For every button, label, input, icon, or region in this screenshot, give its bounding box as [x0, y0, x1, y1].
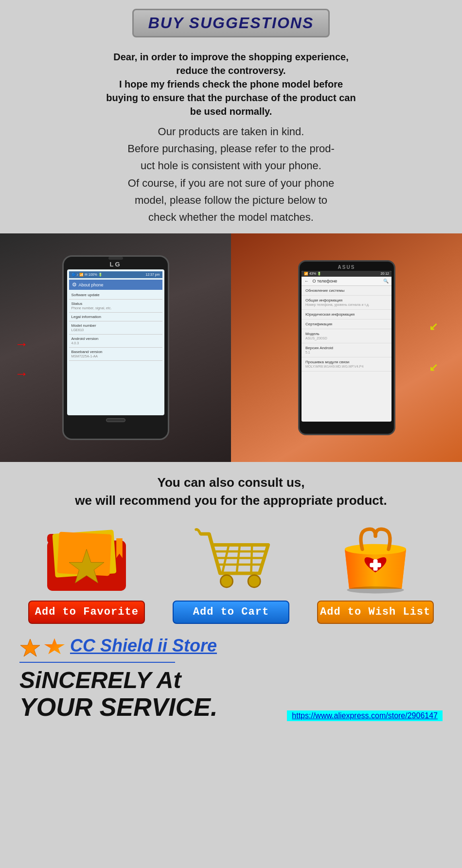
- lg-phone-image: → → LG 🔵 ♪ 📶 ✉ 100% 🔋 12:37 pm ⚙ About p…: [0, 233, 231, 462]
- action-buttons-section: Add to Favorite Add to Cart: [0, 519, 462, 624]
- page-wrapper: BUY SUGGESTiONS Dear, in order to improv…: [0, 0, 462, 868]
- intro-section: Dear, in order to improve the shopping e…: [0, 42, 462, 233]
- asus-phone-image: ↙ ↙ ASUS 📶 43% 🔋 20:12 ← О телефоне 🔍: [231, 233, 462, 462]
- wishlist-action: Add to Wish List: [307, 524, 444, 624]
- svg-point-12: [220, 575, 232, 587]
- consult-text: You can also consult us, we will recomme…: [19, 474, 443, 509]
- add-to-favorite-button[interactable]: Add to Favorite: [28, 601, 145, 624]
- svg-rect-16: [370, 563, 381, 567]
- folder-icon: [43, 524, 130, 597]
- store-url-link[interactable]: https://www.aliexpress.com/store/2906147: [287, 710, 443, 721]
- svg-point-17: [347, 586, 404, 593]
- store-star-icon: [19, 638, 41, 657]
- svg-marker-18: [20, 639, 40, 656]
- header-section: BUY SUGGESTiONS: [0, 0, 462, 42]
- cart-icon: [187, 524, 275, 597]
- add-to-wishlist-button[interactable]: Add to Wish List: [317, 601, 434, 624]
- lg-screen: 🔵 ♪ 📶 ✉ 100% 🔋 12:37 pm ⚙ About phone So…: [67, 269, 164, 415]
- svg-point-14: [345, 544, 406, 555]
- svg-line-10: [237, 545, 240, 573]
- lg-phone-mock: LG 🔵 ♪ 📶 ✉ 100% 🔋 12:37 pm ⚙ About phone…: [62, 255, 169, 440]
- sincerely-text: SiNCERELY At YOUR SERVICE.: [19, 668, 287, 721]
- shopping-bag-icon: [332, 524, 419, 597]
- add-to-cart-button[interactable]: Add to Cart: [173, 601, 289, 624]
- phone-images-section: → → LG 🔵 ♪ 📶 ✉ 100% 🔋 12:37 pm ⚙ About p…: [0, 233, 462, 462]
- asus-screen: 📶 43% 🔋 20:12 ← О телефоне 🔍 Обновление …: [302, 271, 391, 422]
- asus-brand: ASUS: [338, 265, 355, 270]
- footer-right: https://www.aliexpress.com/store/2906147: [287, 707, 443, 721]
- svg-line-11: [251, 545, 252, 573]
- footer-section: CC Shield ii Store SiNCERELY At YOUR SER…: [0, 624, 462, 731]
- lg-brand: LG: [109, 261, 121, 268]
- favorite-action: Add to Favorite: [18, 524, 155, 624]
- intro-normal: Our products are taken in kind. Before p…: [19, 123, 443, 226]
- svg-point-13: [248, 575, 260, 587]
- footer-bottom: CC Shield ii Store SiNCERELY At YOUR SER…: [15, 636, 447, 721]
- intro-bold-1: Dear, in order to improve the shopping e…: [19, 50, 443, 118]
- page-title: BUY SUGGESTiONS: [132, 9, 330, 37]
- cart-action: Add to Cart: [163, 524, 299, 624]
- store-name: CC Shield ii Store: [44, 636, 217, 656]
- consult-section: You can also consult us, we will recomme…: [0, 462, 462, 519]
- footer-left: CC Shield ii Store SiNCERELY At YOUR SER…: [19, 636, 287, 721]
- asus-phone-mock: ASUS 📶 43% 🔋 20:12 ← О телефоне 🔍 Обновл…: [298, 260, 395, 435]
